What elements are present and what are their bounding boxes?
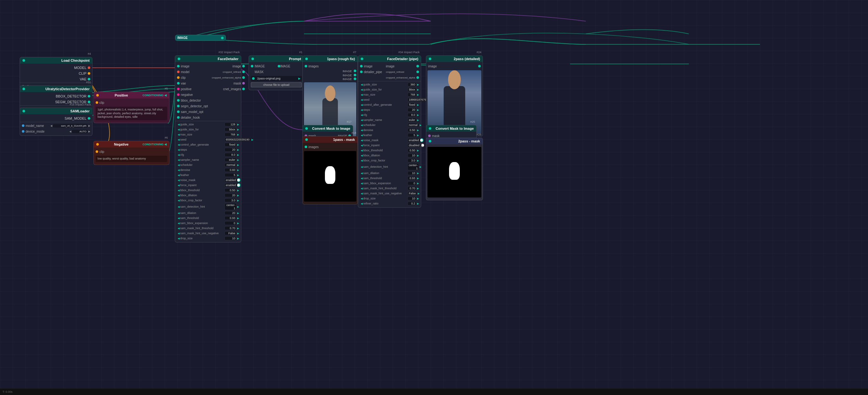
fdp-gs-left[interactable]: ◀: [361, 83, 363, 86]
fd-fea-val[interactable]: 5: [224, 173, 237, 177]
fdp-st-right[interactable]: ▶: [417, 177, 419, 180]
fdp-rr-left[interactable]: ◀: [361, 202, 363, 205]
fdp-ds-left[interactable]: ◀: [361, 197, 363, 200]
fdp-sdh-left[interactable]: ◀: [361, 166, 363, 168]
fd-noise-toggle[interactable]: [237, 178, 240, 182]
fdp-gs-val[interactable]: 360: [408, 83, 416, 87]
negative-text[interactable]: low quality, worst quality, bad anatomy: [96, 156, 167, 162]
fd-seed-val[interactable]: 659563220039190: [224, 138, 251, 141]
fd-fea-right[interactable]: ▶: [237, 174, 239, 176]
fdp-st-val[interactable]: 0.93: [408, 176, 416, 180]
fd-inpaint-toggle[interactable]: [237, 183, 240, 187]
prompt-file-arrow[interactable]: ▶: [298, 77, 301, 80]
fdp-sbe-val[interactable]: 0: [408, 182, 416, 185]
fd-seed-left[interactable]: ◀: [178, 138, 180, 141]
fdp-smhn-right[interactable]: ▶: [418, 192, 420, 195]
fdp-steps-left[interactable]: ◀: [361, 108, 363, 111]
fd-nm-val[interactable]: enabled: [224, 178, 237, 182]
fdp-bcf-right[interactable]: ▶: [417, 159, 419, 162]
fd-sn2-right[interactable]: ▶: [237, 232, 239, 235]
fdp-smht-val[interactable]: 0.70: [408, 187, 416, 190]
fdp-fi-left[interactable]: ◀: [361, 144, 363, 147]
fd-den-val[interactable]: 0.60: [224, 168, 237, 172]
fdp-ca-right[interactable]: ▶: [417, 103, 419, 106]
fdp-fea-val[interactable]: 5: [408, 133, 416, 137]
fd-sdil-val[interactable]: 20: [224, 211, 237, 215]
fdp-nm-val[interactable]: enabled: [408, 138, 420, 142]
prompt-file-port[interactable]: [252, 77, 255, 80]
fdp-den-right[interactable]: ▶: [417, 129, 419, 132]
fdp-rr-right[interactable]: ▶: [417, 202, 419, 205]
fd-guide-size-val[interactable]: 128: [224, 123, 237, 126]
fd-den-right[interactable]: ▶: [237, 169, 239, 171]
fd-ms-left[interactable]: ◀: [178, 133, 180, 136]
fd-ds-left[interactable]: ◀: [178, 237, 180, 240]
fdp-cfg-right[interactable]: ▶: [417, 113, 419, 117]
fd-smh-val[interactable]: 0.70: [224, 226, 237, 230]
fdp-sn-right[interactable]: ▶: [417, 119, 419, 122]
fd-sn-left[interactable]: ◀: [178, 159, 180, 161]
fd-steps-val[interactable]: 20: [224, 148, 237, 152]
fd-smh-left[interactable]: ◀: [178, 227, 180, 230]
fd-bt-left[interactable]: ◀: [178, 189, 180, 192]
fd-nm-left[interactable]: ◀: [178, 179, 180, 182]
fdp-smht-left[interactable]: ◀: [361, 187, 363, 190]
fdp-sbe-right[interactable]: ▶: [417, 182, 419, 185]
fdp-den-val[interactable]: 0.50: [408, 128, 416, 132]
fd-sn-val[interactable]: euler: [224, 158, 237, 162]
fd-ca-val[interactable]: fixed: [224, 143, 237, 146]
fdp-sn-left[interactable]: ◀: [361, 119, 363, 122]
fdp-bcf-left[interactable]: ◀: [361, 159, 363, 162]
fdp-rr-val[interactable]: 0.2: [408, 202, 416, 205]
fd-sdil-right[interactable]: ▶: [237, 212, 239, 215]
fdp-bt-right[interactable]: ▶: [417, 149, 419, 152]
fdp-ms-left[interactable]: ◀: [361, 93, 363, 96]
fd-guide-right[interactable]: ▶: [237, 123, 239, 126]
fdp-sdh-right[interactable]: ▶: [420, 166, 422, 168]
fd-ms-right[interactable]: ▶: [237, 133, 239, 136]
fd-gsf-right[interactable]: ▶: [237, 128, 239, 131]
fdp-smhn-left[interactable]: ◀: [361, 192, 363, 195]
fd-sdil-left[interactable]: ◀: [178, 212, 180, 215]
prompt-upload-btn[interactable]: choose file to upload: [251, 82, 302, 87]
fdp-sdh-val[interactable]: center-1: [408, 163, 419, 170]
device-mode-value[interactable]: AUTO: [72, 130, 88, 133]
fd-bd-right[interactable]: ▶: [237, 194, 239, 197]
fdp-ca-left[interactable]: ◀: [361, 103, 363, 106]
fdp-ds-val[interactable]: 10: [408, 197, 416, 200]
fdp-st-left[interactable]: ◀: [361, 177, 363, 180]
fd-bt-val[interactable]: 0.50: [224, 188, 237, 192]
fd-ca-left[interactable]: ◀: [178, 143, 180, 146]
fd-sn2-val[interactable]: False: [224, 231, 237, 235]
fd-smh-right[interactable]: ▶: [237, 227, 239, 230]
fd-bt-right[interactable]: ▶: [237, 189, 239, 192]
fdp-gsf-right[interactable]: ▶: [417, 88, 419, 91]
fdp-smhn-val[interactable]: False: [408, 192, 417, 195]
fd-max-size-val[interactable]: 768: [224, 133, 237, 136]
fd-sdh-val[interactable]: center-1: [224, 203, 237, 210]
fdp-sdil-right[interactable]: ▶: [417, 172, 419, 175]
fdp-bt-left[interactable]: ◀: [361, 149, 363, 152]
fd-ds-val[interactable]: 10: [224, 236, 237, 240]
fd-gsf-val[interactable]: bbox: [224, 128, 237, 131]
fdp-fea-left[interactable]: ◀: [361, 134, 363, 137]
fdp-sdil-left[interactable]: ◀: [361, 172, 363, 175]
fdp-nm-toggle[interactable]: [420, 138, 424, 142]
fd-st-left[interactable]: ◀: [178, 217, 180, 220]
fd-sn-right[interactable]: ▶: [237, 159, 239, 161]
fdp-bt-val[interactable]: 0.50: [408, 149, 416, 152]
fd-sch-left[interactable]: ◀: [178, 164, 180, 166]
fd-sch-val[interactable]: normal: [224, 163, 237, 167]
fdp-bd-left[interactable]: ◀: [361, 154, 363, 157]
fdp-ca-val[interactable]: fixed: [408, 103, 416, 107]
fd-sbe-right[interactable]: ▶: [237, 222, 239, 225]
fdp-gsf-left[interactable]: ◀: [361, 88, 363, 91]
fdp-sn-val[interactable]: euler: [408, 118, 416, 122]
fdp-fea-right[interactable]: ▶: [417, 134, 419, 137]
fdp-nm-left[interactable]: ◀: [361, 139, 363, 142]
fd-sbe-left[interactable]: ◀: [178, 222, 180, 225]
fdp-smht-right[interactable]: ▶: [417, 187, 419, 190]
fd-bd-val[interactable]: 20: [224, 193, 237, 197]
fdp-sdil-val[interactable]: 10: [408, 171, 416, 175]
fd-gsf-left[interactable]: ◀: [178, 128, 180, 131]
